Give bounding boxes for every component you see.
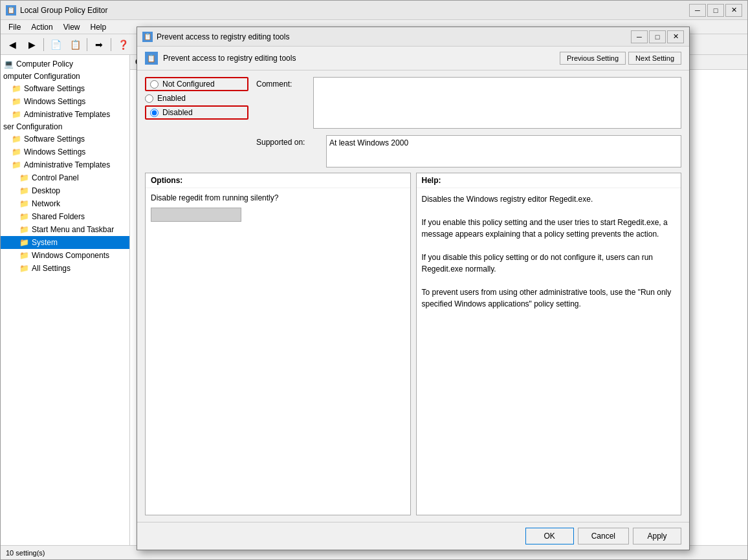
- radio-not-configured-input[interactable]: [150, 80, 159, 89]
- dialog-maximize-button[interactable]: □: [649, 30, 666, 43]
- radio-not-configured-label: Not Configured: [162, 80, 215, 89]
- dialog-title-bar: 📋 Prevent access to registry editing too…: [137, 27, 689, 47]
- prev-setting-button[interactable]: Previous Setting: [560, 52, 626, 65]
- radio-enabled-label: Enabled: [157, 94, 186, 103]
- dialog-footer: OK Cancel Apply: [137, 522, 689, 550]
- dialog-nav-buttons: Previous Setting Next Setting: [560, 52, 681, 65]
- radio-group: Not Configured Enabled Disabled: [145, 77, 248, 120]
- comment-area: Comment: Supported on: At least Windows …: [256, 77, 681, 167]
- dialog-close-button[interactable]: ✕: [667, 30, 684, 43]
- ok-button[interactable]: OK: [525, 528, 574, 544]
- options-dropdown[interactable]: [151, 208, 241, 222]
- radio-disabled-input[interactable]: [150, 109, 159, 117]
- dialog-header-icon: 📋: [145, 52, 158, 65]
- top-section: Not Configured Enabled Disabled: [145, 77, 681, 167]
- help-header: Help:: [417, 173, 681, 188]
- supported-row: Supported on: At least Windows 2000: [256, 135, 681, 167]
- dialog-title-icon: 📋: [142, 32, 153, 42]
- dialog-overlay: 📋 Prevent access to registry editing too…: [1, 1, 747, 559]
- radio-disabled[interactable]: Disabled: [145, 105, 248, 120]
- dialog-minimize-button[interactable]: ─: [631, 30, 648, 43]
- comment-textarea[interactable]: [313, 77, 681, 129]
- help-panel: Help: Disables the Windows registry edit…: [416, 173, 682, 515]
- radio-not-configured[interactable]: Not Configured: [145, 77, 248, 91]
- supported-value: At least Windows 2000: [326, 135, 681, 167]
- dialog-header: 📋 Prevent access to registry editing too…: [137, 47, 689, 70]
- radio-enabled[interactable]: Enabled: [145, 94, 248, 103]
- next-setting-button[interactable]: Next Setting: [628, 52, 681, 65]
- help-text: Disables the Windows registry editor Reg…: [422, 195, 672, 308]
- dialog-window: 📋 Prevent access to registry editing too…: [137, 27, 690, 550]
- dialog-title-buttons: ─ □ ✕: [631, 30, 684, 43]
- main-window: 📋 Local Group Policy Editor ─ □ ✕ File A…: [0, 0, 748, 560]
- help-content: Disables the Windows registry editor Reg…: [417, 188, 681, 515]
- options-question: Disable regedit from running silently?: [151, 193, 405, 202]
- supported-label: Supported on:: [256, 135, 321, 147]
- options-header: Options:: [146, 173, 410, 188]
- dialog-header-left: 📋 Prevent access to registry editing too…: [145, 52, 296, 65]
- dialog-body: Not Configured Enabled Disabled: [137, 70, 689, 522]
- cancel-button[interactable]: Cancel: [578, 528, 629, 544]
- options-content: Disable regedit from running silently?: [146, 188, 410, 515]
- apply-button[interactable]: Apply: [633, 528, 681, 544]
- comment-section: Comment:: [256, 77, 681, 129]
- options-panel: Options: Disable regedit from running si…: [145, 173, 411, 515]
- radio-enabled-input[interactable]: [145, 94, 153, 103]
- dialog-header-title: Prevent access to registry editing tools: [163, 54, 296, 63]
- dialog-title-text: Prevent access to registry editing tools: [157, 32, 631, 41]
- options-help-row: Options: Disable regedit from running si…: [145, 173, 681, 515]
- radio-disabled-label: Disabled: [162, 108, 193, 117]
- comment-label: Comment:: [256, 77, 308, 129]
